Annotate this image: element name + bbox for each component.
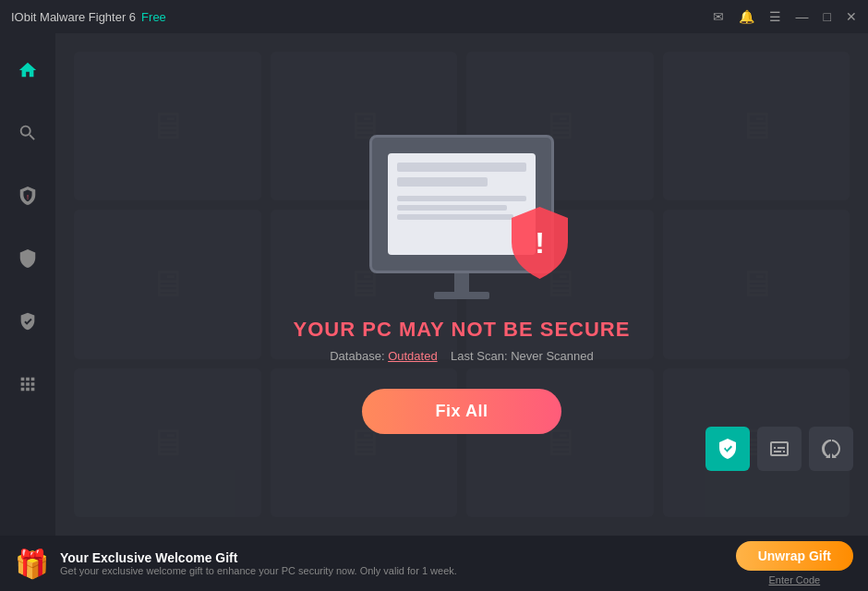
- wm-8: 🖥: [663, 210, 850, 358]
- status-sub: Database: Outdated Last Scan: Never Scan…: [330, 349, 594, 363]
- wm-9: 🖥: [74, 368, 261, 517]
- bottom-bar: 🎁 Your Exclusive Welcome Gift Get your e…: [0, 536, 868, 591]
- sidebar-item-shield[interactable]: [9, 303, 46, 340]
- gift-text: Your Exclusive Welcome Gift Get your exc…: [60, 550, 457, 576]
- wm-4: 🖥: [663, 52, 850, 200]
- monitor: !: [369, 135, 554, 273]
- minimize-icon[interactable]: —: [796, 9, 809, 24]
- titlebar: IObit Malware Fighter 6 Free ✉ 🔔 ☰ — □ ✕: [0, 0, 868, 33]
- screen-bar-2: [397, 177, 488, 187]
- bottom-tools: [705, 427, 853, 471]
- wm-5: 🖥: [74, 210, 261, 358]
- app-name: IObit Malware Fighter 6: [11, 10, 136, 24]
- sidebar: !: [0, 33, 55, 536]
- shield-warning-icon: !: [505, 205, 574, 287]
- gift-icon: 🎁: [15, 548, 49, 580]
- fix-all-button[interactable]: Fix All: [362, 389, 562, 434]
- monitor-illustration: !: [369, 135, 554, 299]
- scan-label: Last Scan:: [451, 349, 507, 363]
- enter-code-link[interactable]: Enter Code: [769, 574, 821, 585]
- screen-line-3: [397, 214, 513, 220]
- screen-line-1: [397, 196, 526, 201]
- bell-icon[interactable]: 🔔: [739, 9, 754, 24]
- menu-icon[interactable]: ☰: [769, 9, 781, 24]
- gift-title: Your Exclusive Welcome Gift: [60, 550, 457, 565]
- sidebar-item-protection[interactable]: !: [9, 177, 46, 214]
- titlebar-right: ✉ 🔔 ☰ — □ ✕: [713, 9, 857, 24]
- monitor-base: [434, 292, 489, 299]
- boost-tool-btn[interactable]: [809, 427, 853, 471]
- status-title: YOUR PC MAY NOT BE SECURE: [294, 318, 631, 342]
- sidebar-item-home[interactable]: [9, 52, 46, 89]
- screen-line-2: [397, 205, 507, 211]
- monitor-stand: [454, 273, 469, 292]
- bottom-bar-right: Unwrap Gift Enter Code: [736, 541, 853, 585]
- unwrap-gift-button[interactable]: Unwrap Gift: [736, 541, 853, 571]
- scan-tool-btn[interactable]: [757, 427, 802, 471]
- database-status[interactable]: Outdated: [388, 349, 438, 363]
- sidebar-item-scan[interactable]: [9, 115, 46, 151]
- app-free-badge: Free: [141, 10, 166, 24]
- sidebar-item-apps[interactable]: [9, 366, 46, 403]
- titlebar-left: IObit Malware Fighter 6 Free: [11, 10, 166, 24]
- scan-status: Never Scanned: [511, 349, 594, 363]
- maximize-icon[interactable]: □: [824, 9, 831, 24]
- content-area: 🖥 🖥 🖥 🖥 🖥 🖥 🖥 🖥 🖥 🖥 🖥 🖥: [55, 33, 868, 536]
- sidebar-item-security[interactable]: [9, 240, 46, 277]
- mail-icon[interactable]: ✉: [713, 9, 724, 24]
- svg-text:!: !: [27, 193, 29, 201]
- svg-text:!: !: [535, 226, 545, 259]
- close-icon[interactable]: ✕: [846, 9, 857, 24]
- database-label: Database:: [330, 349, 384, 363]
- shield-tool-btn[interactable]: [705, 427, 750, 471]
- wm-1: 🖥: [74, 52, 261, 200]
- gift-desc: Get your exclusive welcome gift to enhan…: [60, 565, 457, 576]
- screen-bar-1: [397, 163, 526, 172]
- main-layout: ! 🖥 🖥 🖥 🖥 🖥 🖥 🖥: [0, 33, 868, 536]
